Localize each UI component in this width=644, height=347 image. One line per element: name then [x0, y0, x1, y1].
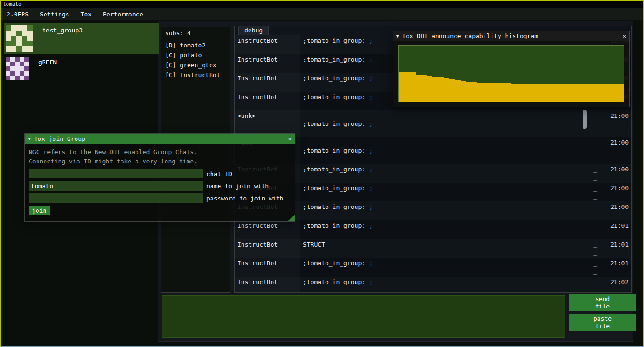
join-info-line1: NGC refers to the New DHT enabled Group …	[29, 147, 291, 157]
resize-grip[interactable]	[288, 215, 295, 221]
message-time: 21:00	[607, 183, 631, 201]
group-name: test_group3	[42, 25, 83, 34]
member-list-item[interactable]: [C] InstructBot	[161, 70, 230, 80]
close-icon[interactable]: ✕	[622, 32, 626, 39]
group-item-gREEN[interactable]: gREEN	[4, 55, 159, 82]
member-list: [D] tomato2[C] potato[C] green_qtox[C] I…	[161, 40, 230, 80]
message-time: 21:01	[607, 239, 631, 258]
message-row[interactable]: InstructBot;tomato_in_group: ;_ _21:01	[235, 258, 631, 277]
histogram-bar	[573, 84, 579, 102]
message-input[interactable]	[162, 295, 565, 338]
join-window-body: NGC refers to the New DHT enabled Group …	[25, 144, 295, 221]
message-status: _ _	[591, 220, 607, 239]
message-text: ;tomato_in_group: ;	[300, 220, 591, 239]
window-titlebar: tomato	[1, 1, 643, 8]
message-status: _ _	[591, 137, 607, 164]
histogram-window-body	[393, 41, 629, 107]
menu-tox[interactable]: Tox	[75, 8, 97, 20]
dht-histogram-plot	[398, 45, 624, 102]
histogram-bar	[579, 84, 584, 102]
message-text: ---- ;tomato_in_group: ; ----	[300, 137, 591, 164]
message-time: 21:00	[607, 201, 631, 220]
histogram-bar	[472, 82, 477, 102]
histogram-bar	[601, 84, 607, 102]
join-button[interactable]: join	[29, 206, 50, 215]
message-sender: InstructBot	[235, 258, 300, 277]
histogram-bar	[466, 82, 472, 102]
paste-file-button[interactable]: paste file	[569, 314, 636, 331]
tab-debug[interactable]: debug	[238, 26, 269, 35]
message-status: _ _	[591, 183, 607, 201]
join-password-input[interactable]	[29, 193, 203, 203]
histogram-bar	[562, 84, 568, 102]
message-time: 21:00	[607, 110, 631, 137]
message-sender: InstructBot	[235, 239, 300, 258]
histogram-bar	[461, 81, 466, 102]
histogram-bar	[421, 75, 427, 102]
histogram-bar	[416, 75, 421, 102]
histogram-bar	[584, 84, 590, 102]
histogram-bar	[596, 84, 601, 102]
join-group-window: ▼ Tox join Group ✕ NGC refers to the New…	[24, 133, 295, 222]
member-list-item[interactable]: [C] potato	[161, 50, 230, 60]
close-icon[interactable]: ✕	[288, 135, 292, 142]
window-title: tomato	[3, 1, 22, 7]
message-text: ---- ;tomato_in_group: ; ----	[300, 110, 591, 137]
chat-scrollbar-thumb[interactable]	[583, 110, 587, 129]
message-row[interactable]: InstructBotSTRUCT_ _21:01	[235, 239, 631, 258]
histogram-bar	[539, 84, 545, 102]
join-info-line2: Connecting via ID might take a very long…	[29, 157, 291, 166]
join-fields: chat IDname to join withpassword to join…	[29, 169, 291, 203]
message-time: 21:01	[607, 220, 631, 239]
join-window-titlebar[interactable]: ▼ Tox join Group ✕	[25, 134, 295, 144]
histogram-bar	[551, 84, 556, 102]
histogram-bar	[494, 83, 500, 102]
menu-performance[interactable]: Performance	[97, 8, 149, 20]
member-list-item[interactable]: [C] green_qtox	[161, 60, 230, 70]
member-list-item[interactable]: [D] tomato2	[161, 40, 230, 50]
histogram-bar	[528, 84, 534, 102]
collapse-arrow-icon[interactable]: ▼	[28, 137, 30, 141]
send-file-button[interactable]: send file	[569, 294, 636, 311]
group-item-test_group3[interactable]: test_group3	[4, 23, 159, 54]
menubar: 2.0FPSSettingsToxPerformance	[1, 8, 643, 20]
histogram-bar	[483, 83, 489, 102]
group-avatar	[6, 25, 33, 52]
menu-settings[interactable]: Settings	[34, 8, 75, 20]
chat-id-input-label: chat ID	[206, 170, 232, 177]
join-password-input-label: password to join with	[206, 195, 283, 202]
message-sender: InstructBot	[235, 73, 300, 92]
join-name-input[interactable]	[29, 181, 203, 191]
histogram-window-titlebar[interactable]: ▼ Tox DHT announce capability histogram …	[393, 31, 629, 41]
histogram-bar	[444, 78, 449, 102]
histogram-bar	[556, 84, 562, 102]
message-text: ;tomato_in_group: ;	[300, 183, 591, 201]
groups-sidebar: test_group3gREEN	[4, 23, 159, 83]
app-window: tomato 2.0FPSSettingsToxPerformance test…	[0, 0, 644, 347]
message-time: 21:01	[607, 258, 631, 277]
join-window-title: Tox join Group	[34, 135, 85, 142]
subs-count: subs: 4	[161, 27, 230, 39]
histogram-bar	[607, 84, 613, 102]
message-text: ;tomato_in_group: ;	[300, 258, 591, 277]
message-row[interactable]: InstructBot;tomato_in_group: ;_ _21:01	[235, 220, 631, 239]
message-status: _ _	[591, 164, 607, 183]
histogram-bar	[438, 77, 444, 102]
message-time: 21:00	[607, 164, 631, 183]
message-sender: InstructBot	[235, 277, 300, 292]
histogram-bar	[455, 80, 461, 102]
message-status: _ _	[591, 201, 607, 220]
join-name-input-label: name to join with	[206, 183, 269, 190]
message-sender: InstructBot	[235, 92, 300, 110]
histogram-bar	[590, 84, 596, 102]
histogram-bar	[410, 72, 416, 102]
message-row[interactable]: InstructBot;tomato_in_group: ;_ _21:02	[235, 277, 631, 292]
message-status: _ _	[591, 277, 607, 292]
histogram-bar	[477, 83, 483, 102]
message-text: ;tomato_in_group: ;	[300, 277, 591, 292]
histogram-bar	[449, 79, 455, 102]
collapse-arrow-icon[interactable]: ▼	[396, 34, 399, 39]
histogram-bar	[511, 84, 517, 102]
group-avatar	[6, 57, 29, 80]
chat-id-input[interactable]	[29, 169, 203, 178]
